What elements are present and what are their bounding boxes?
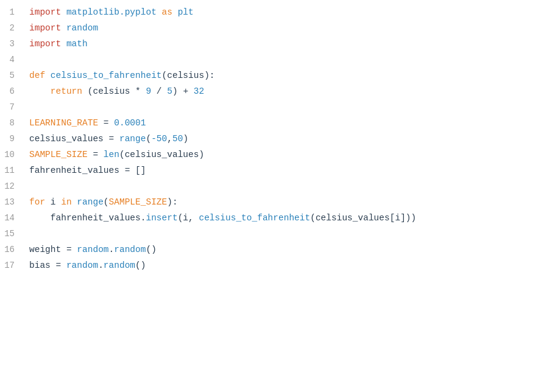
token-const: LEARNING_RATE	[29, 118, 98, 128]
line-number: 14	[0, 211, 24, 225]
line-number: 7	[0, 100, 24, 114]
token-plain: bias =	[29, 261, 66, 270]
token-plain: celsius_values =	[29, 134, 119, 144]
code-line: 9celsius_values = range(-50,50)	[0, 131, 558, 147]
token-plain: weight =	[29, 245, 77, 254]
token-func-name: celsius_to_fahrenheit	[199, 213, 310, 223]
code-line: 3import math	[0, 37, 558, 52]
token-method: random	[104, 261, 135, 270]
token-plain: fahrenheit_values = []	[29, 166, 146, 175]
token-module: random	[77, 245, 108, 254]
token-module: random	[66, 261, 98, 270]
token-plain: (celsius_values)	[119, 150, 204, 159]
token-const: SAMPLE_SIZE	[109, 197, 168, 207]
line-number: 12	[0, 180, 24, 193]
line-content: fahrenheit_values.insert(i, celsius_to_f…	[24, 211, 558, 225]
line-content: SAMPLE_SIZE = len(celsius_values)	[24, 148, 558, 162]
line-number: 10	[0, 148, 24, 161]
code-line: 10SAMPLE_SIZE = len(celsius_values)	[0, 147, 558, 163]
token-plain: i	[45, 197, 61, 207]
token-param: celsius	[93, 86, 130, 96]
line-number: 5	[0, 69, 24, 82]
line-content: import random	[24, 21, 558, 35]
line-number: 1	[0, 5, 24, 19]
token-plain	[61, 7, 66, 17]
line-content: weight = random.random()	[24, 243, 558, 257]
code-line: 14 fahrenheit_values.insert(i, celsius_t…	[0, 211, 558, 226]
token-kw-import: import	[29, 7, 61, 17]
token-number: -50	[151, 134, 167, 144]
line-number: 9	[0, 132, 24, 145]
line-number: 4	[0, 53, 24, 66]
token-plain: .	[109, 245, 115, 254]
line-number: 3	[0, 37, 24, 51]
token-kw-as: as	[162, 7, 172, 17]
token-plain: (celsius_values[i]))	[310, 213, 416, 223]
token-plain: fahrenheit_values.	[29, 213, 146, 223]
line-number: 16	[0, 243, 24, 256]
token-kw-import: import	[29, 23, 61, 33]
token-method: random	[114, 245, 146, 254]
token-plain: (	[146, 134, 151, 144]
token-kw-def: def	[29, 71, 45, 80]
token-plain: ,	[167, 134, 172, 144]
token-module: math	[66, 39, 88, 49]
token-kw-for: for	[29, 197, 45, 207]
line-content: import matplotlib.pyplot as plt	[24, 5, 558, 19]
token-plain: )	[183, 134, 188, 144]
token-plain: (i,	[178, 213, 199, 223]
code-editor: 1import matplotlib.pyplot as plt2import …	[0, 0, 558, 392]
token-plain	[172, 7, 178, 17]
code-line: 12	[0, 179, 558, 195]
token-kw-return: return	[51, 86, 82, 96]
token-module: matplotlib.pyplot	[66, 7, 157, 17]
line-number: 6	[0, 85, 24, 98]
token-func-name: celsius_to_fahrenheit	[51, 71, 162, 80]
code-line: 13for i in range(SAMPLE_SIZE):	[0, 195, 558, 211]
line-content: celsius_values = range(-50,50)	[24, 132, 558, 146]
token-plain: .	[98, 261, 104, 270]
token-kw-in: in	[61, 197, 71, 207]
token-plain: (	[104, 197, 109, 207]
line-content: return (celsius * 9 / 5) + 32	[24, 85, 558, 99]
line-content: bias = random.random()	[24, 259, 558, 273]
code-line: 11fahrenheit_values = []	[0, 163, 558, 179]
code-line: 1import matplotlib.pyplot as plt	[0, 5, 558, 21]
token-plain: *	[130, 86, 146, 96]
line-content: def celsius_to_fahrenheit(celsius):	[24, 69, 558, 83]
token-param: celsius	[167, 71, 204, 80]
token-module: plt	[178, 7, 194, 17]
line-number: 8	[0, 116, 24, 130]
token-number: 0.0001	[114, 118, 146, 128]
token-plain: ):	[167, 197, 177, 207]
token-method: insert	[146, 213, 177, 223]
line-content: LEARNING_RATE = 0.0001	[24, 116, 558, 130]
token-builtin: range	[77, 197, 104, 207]
line-number: 17	[0, 259, 24, 272]
line-number: 15	[0, 227, 24, 240]
token-plain	[29, 86, 51, 96]
token-module: random	[66, 23, 98, 33]
token-plain: ) +	[172, 86, 194, 96]
token-plain	[45, 71, 51, 80]
token-builtin: range	[119, 134, 146, 144]
code-line: 5def celsius_to_fahrenheit(celsius):	[0, 68, 558, 84]
code-line: 16weight = random.random()	[0, 242, 558, 258]
token-plain: ()	[146, 245, 156, 254]
line-number: 13	[0, 195, 24, 209]
token-plain: ):	[204, 71, 214, 80]
token-plain: =	[88, 150, 104, 159]
token-number: 5	[167, 86, 172, 96]
code-line: 7	[0, 100, 558, 116]
token-const: SAMPLE_SIZE	[29, 150, 88, 159]
token-kw-import: import	[29, 39, 61, 49]
token-builtin: len	[104, 150, 119, 159]
line-number: 2	[0, 21, 24, 35]
token-plain: =	[98, 118, 114, 128]
token-plain: ()	[135, 261, 146, 270]
token-number: 32	[194, 86, 204, 96]
code-line: 8LEARNING_RATE = 0.0001	[0, 116, 558, 131]
token-plain: /	[151, 86, 167, 96]
code-line: 2import random	[0, 21, 558, 37]
token-number: 9	[146, 86, 151, 96]
